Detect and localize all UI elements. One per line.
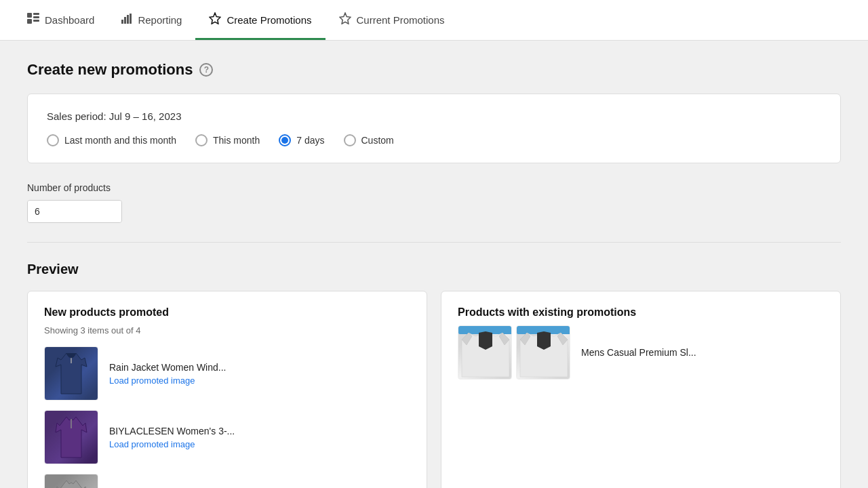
product-name-2: BIYLACLESEN Women's 3-... (109, 426, 235, 436)
product-name-1: Rain Jacket Women Wind... (109, 362, 226, 373)
tab-reporting-label: Reporting (138, 14, 182, 26)
tab-create-promotions-label: Create Promotions (226, 14, 311, 26)
svg-rect-7 (127, 15, 129, 24)
svg-rect-2 (33, 13, 39, 15)
existing-products-title: Products with existing promotions (458, 306, 824, 319)
svg-rect-8 (130, 14, 132, 24)
svg-rect-5 (121, 20, 123, 24)
radio-custom[interactable]: Custom (344, 134, 394, 146)
new-products-title: New products promoted (44, 306, 410, 319)
radio-label-last-and-this: Last month and this month (64, 135, 176, 146)
radio-group: Last month and this month This month 7 d… (47, 134, 821, 146)
load-image-link-1[interactable]: Load promoted image (109, 375, 226, 386)
page-title: Create new promotions (27, 61, 193, 79)
sales-period-card: Sales period: Jul 9 – 16, 2023 Last mont… (27, 94, 841, 163)
preview-section: Preview New products promoted Showing 3 … (27, 262, 841, 488)
nav-tabs: Dashboard Reporting Create Promotions (0, 0, 868, 41)
radio-circle-custom (344, 134, 356, 146)
page-container: Dashboard Reporting Create Promotions (0, 0, 868, 488)
product-item-2: BIYLACLESEN Women's 3-... Load promoted … (44, 410, 410, 464)
tab-reporting[interactable]: Reporting (108, 1, 195, 39)
divider (27, 242, 841, 243)
tab-create-promotions[interactable]: Create Promotions (195, 0, 325, 40)
tab-dashboard[interactable]: Dashboard (14, 1, 108, 39)
reporting-icon (121, 13, 132, 26)
radio-this-month[interactable]: This month (195, 134, 260, 146)
help-icon[interactable]: ? (199, 63, 213, 77)
tab-current-promotions[interactable]: Current Promotions (326, 0, 458, 40)
radio-label-7-days: 7 days (296, 135, 324, 146)
existing-product-name-1: Mens Casual Premium Sl... (581, 347, 696, 358)
product-img-set (458, 325, 570, 380)
preview-grid: New products promoted Showing 3 items ou… (27, 291, 841, 488)
number-of-products-label: Number of products (27, 182, 841, 193)
existing-product-1: Mens Casual Premium Sl... (458, 325, 824, 380)
main-content: Create new promotions ? Sales period: Ju… (0, 41, 868, 488)
tab-dashboard-label: Dashboard (45, 14, 94, 26)
radio-last-and-this[interactable]: Last month and this month (47, 134, 176, 146)
radio-label-this-month: This month (213, 135, 260, 146)
dashboard-icon (27, 13, 39, 26)
existing-product-info-1: Mens Casual Premium Sl... (581, 347, 696, 358)
product-item-1: Rain Jacket Women Wind... Load promoted … (44, 346, 410, 401)
current-promotions-icon (339, 12, 351, 27)
product-image-3 (44, 474, 98, 488)
radio-circle-7-days (279, 134, 291, 146)
svg-rect-0 (27, 13, 32, 18)
product-item-3 (44, 474, 410, 488)
tab-current-promotions-label: Current Promotions (357, 14, 445, 26)
radio-circle-this-month (195, 134, 208, 146)
svg-rect-1 (27, 19, 32, 24)
svg-rect-6 (124, 17, 126, 24)
product-img-secondary (516, 325, 570, 380)
number-of-products-input[interactable] (28, 201, 122, 222)
preview-title: Preview (27, 262, 841, 277)
load-image-link-2[interactable]: Load promoted image (109, 439, 235, 449)
radio-label-custom: Custom (361, 135, 394, 146)
radio-circle-last-and-this (47, 134, 59, 146)
create-promotions-icon (209, 12, 221, 27)
new-products-card: New products promoted Showing 3 items ou… (27, 291, 427, 488)
sales-period-label: Sales period: Jul 9 – 16, 2023 (47, 110, 821, 122)
svg-rect-3 (33, 16, 39, 18)
svg-rect-4 (33, 20, 39, 22)
number-of-products-section: Number of products ▲ ▼ (27, 182, 841, 223)
page-title-row: Create new promotions ? (27, 61, 841, 79)
product-info-2: BIYLACLESEN Women's 3-... Load promoted … (109, 426, 235, 449)
product-image-1 (44, 346, 98, 401)
spinner-input-wrapper: ▲ ▼ (27, 200, 122, 223)
existing-products-card: Products with existing promotions (441, 291, 841, 488)
showing-label: Showing 3 items out of 4 (44, 325, 410, 336)
product-info-1: Rain Jacket Women Wind... Load promoted … (109, 362, 226, 386)
product-img-main (458, 325, 512, 380)
radio-7-days[interactable]: 7 days (279, 134, 324, 146)
product-image-2 (44, 410, 98, 464)
